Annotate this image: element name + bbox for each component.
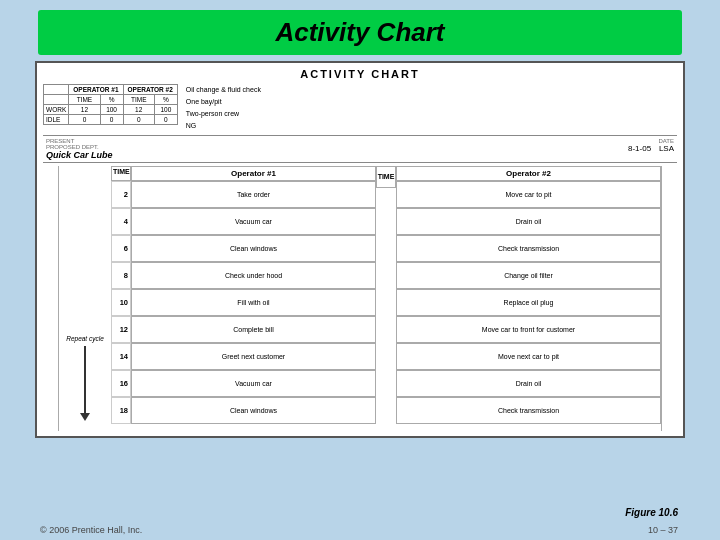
equipment-label: One bay/pit	[186, 96, 677, 108]
op2-cell-0: Move car to pit	[396, 181, 661, 208]
op2-section: Operator #2 Move car to pit Drain oil Ch…	[396, 166, 661, 431]
op2-cell-7: Drain oil	[396, 370, 661, 397]
op2-cell-4: Replace oil plug	[396, 289, 661, 316]
study-no-label: NG	[186, 120, 677, 132]
main-grid: Repeat cycle TIME Operator #1 2 Take ord…	[43, 166, 677, 431]
op1-section: TIME Operator #1 2 Take order 4 Vacuum c…	[111, 166, 376, 431]
repeat-cycle-label: Repeat cycle	[66, 335, 104, 342]
op1-row-8: 18 Clean windows	[111, 397, 376, 424]
location-label: Oil change & fluid check	[186, 84, 677, 96]
op1-cell-2: Clean windows	[131, 235, 376, 262]
mid-time-header: TIME	[376, 166, 396, 188]
operators-label: Two-person crew	[186, 108, 677, 120]
page-title: Activity Chart	[58, 17, 662, 48]
op2-cell-2: Check transmission	[396, 235, 661, 262]
op2-row-4: Replace oil plug	[396, 289, 661, 316]
op1-row-2: 6 Clean windows	[111, 235, 376, 262]
op1-row-5: 12 Complete bill	[111, 316, 376, 343]
op1-cell-8: Clean windows	[131, 397, 376, 424]
station-info: Oil change & fluid check One bay/pit Two…	[186, 84, 677, 132]
op1-row-4: 10 Fill with oil	[111, 289, 376, 316]
op2-header: OPERATOR #2	[123, 85, 177, 95]
subject-row: PRESENT PROPOSED DEPT. Quick Car Lube DA…	[43, 135, 677, 163]
title-bar: Activity Chart	[38, 10, 682, 55]
op2-row-0: Move car to pit	[396, 181, 661, 208]
op2-cell-1: Drain oil	[396, 208, 661, 235]
op1-cell-5: Complete bill	[131, 316, 376, 343]
op1-cell-6: Greet next customer	[131, 343, 376, 370]
op2-row-8: Check transmission	[396, 397, 661, 424]
op1-cell-4: Fill with oil	[131, 289, 376, 316]
figure-label: Figure 10.6	[625, 507, 678, 518]
op1-cell-3: Check under hood	[131, 262, 376, 289]
op1-cell-0: Take order	[131, 181, 376, 208]
op1-cell-1: Vacuum car	[131, 208, 376, 235]
op2-col-header: Operator #2	[396, 166, 661, 181]
op1-time-header: TIME	[111, 166, 131, 181]
op1-row-1: 4 Vacuum car	[111, 208, 376, 235]
op2-row-3: Change oil filter	[396, 262, 661, 289]
subject-title: Quick Car Lube	[46, 150, 113, 160]
date-value: 8-1-05	[628, 144, 651, 153]
op2-row-7: Drain oil	[396, 370, 661, 397]
copyright: © 2006 Prentice Hall, Inc.	[40, 525, 142, 535]
chart-title: ACTIVITY CHART	[43, 68, 677, 80]
op2-row-2: Check transmission	[396, 235, 661, 262]
op2-row-6: Move next car to pit	[396, 343, 661, 370]
repeat-cycle-col: Repeat cycle	[59, 166, 111, 431]
left-ruler	[43, 166, 59, 431]
op1-row-6: 14 Greet next customer	[111, 343, 376, 370]
top-info: OPERATOR #1 OPERATOR #2 TIME % TIME % WO…	[43, 84, 677, 132]
op2-cell-8: Check transmission	[396, 397, 661, 424]
op1-row-7: 16 Vacuum car	[111, 370, 376, 397]
op2-row-5: Move car to front for customer	[396, 316, 661, 343]
middle-time-col: TIME	[376, 166, 396, 431]
page-number: 10 – 37	[648, 525, 678, 535]
op2-cell-6: Move next car to pit	[396, 343, 661, 370]
op2-cell-5: Move car to front for customer	[396, 316, 661, 343]
op1-row-3: 8 Check under hood	[111, 262, 376, 289]
op2-row-1: Drain oil	[396, 208, 661, 235]
right-ruler	[661, 166, 677, 431]
operator-summary-table: OPERATOR #1 OPERATOR #2 TIME % TIME % WO…	[43, 84, 178, 125]
chart-container: ACTIVITY CHART OPERATOR #1 OPERATOR #2 T…	[35, 61, 685, 438]
op2-cell-3: Change oil filter	[396, 262, 661, 289]
chart-by-value: LSA	[659, 144, 674, 153]
op1-col-header: Operator #1	[131, 166, 376, 181]
op1-header: OPERATOR #1	[69, 85, 123, 95]
op1-row-0: 2 Take order	[111, 181, 376, 208]
op1-cell-7: Vacuum car	[131, 370, 376, 397]
